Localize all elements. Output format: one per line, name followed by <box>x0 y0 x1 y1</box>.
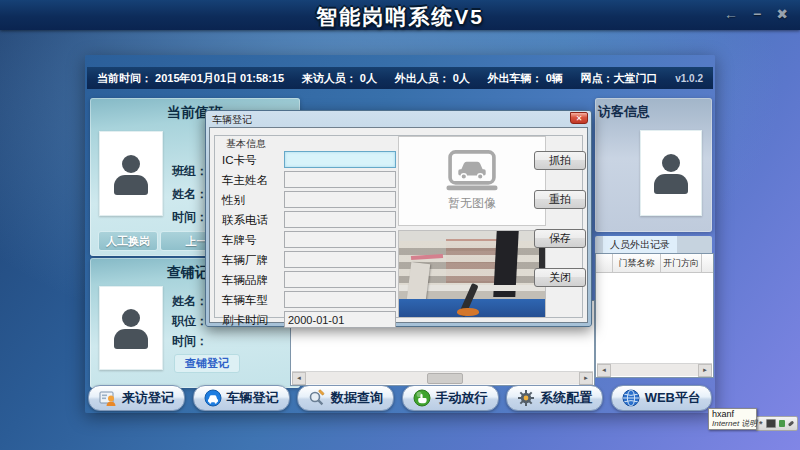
dialog-titlebar[interactable]: 车辆登记 ✕ <box>206 111 591 127</box>
minimize-icon[interactable]: − <box>753 6 761 22</box>
save-button[interactable]: 保存 <box>534 229 586 248</box>
vehicle-brand-label: 车辆品牌 <box>222 273 282 288</box>
web-platform-button[interactable]: WEB平台 <box>611 385 712 411</box>
system-config-icon <box>517 389 535 407</box>
status-bar: 当前时间： 2015年01月01日 01:58:15 来访人员： 0人 外出人员… <box>87 67 713 89</box>
basic-info-label: 基本信息 <box>222 137 270 151</box>
duty-photo-placeholder <box>99 131 163 216</box>
check-position-label: 职位： <box>172 313 208 330</box>
system-config-button[interactable]: 系统配置 <box>506 385 603 411</box>
horizontal-scrollbar[interactable]: ◄ ► <box>292 371 593 384</box>
ime-indicator-icon[interactable]: * <box>759 419 763 429</box>
close-icon[interactable]: ✖ <box>776 6 788 22</box>
duty-group-label: 班组： <box>172 163 208 180</box>
phone-input[interactable] <box>284 211 396 228</box>
vehicle-brand-input[interactable] <box>284 271 396 288</box>
out-people-count: 外出人员： 0人 <box>395 71 470 86</box>
ic-card-input[interactable] <box>284 151 396 168</box>
person-icon <box>113 307 149 349</box>
current-time: 当前时间： 2015年01月01日 01:58:15 <box>97 71 284 86</box>
dialog-close-icon[interactable]: ✕ <box>570 112 588 124</box>
plate-number-label: 车牌号 <box>222 233 282 248</box>
dialog-body: 基本信息 IC卡号 车主姓名 性别 联系电话 车牌号 车辆 <box>209 127 588 323</box>
vehicle-register-icon <box>204 389 222 407</box>
dialog-title: 车辆登记 <box>212 113 252 127</box>
check-time-label: 时间： <box>172 333 208 350</box>
visitor-count: 来访人员： 0人 <box>302 71 377 86</box>
manual-shift-button[interactable]: 人工换岗 <box>98 231 158 251</box>
vehicle-model-input[interactable] <box>284 291 396 308</box>
person-icon <box>653 152 689 194</box>
version-label: v1.0.2 <box>675 73 703 84</box>
duty-time-label: 时间： <box>172 209 208 226</box>
vehicle-model-label: 车辆车型 <box>222 293 282 308</box>
vehicle-register-button[interactable]: 车辆登记 <box>193 385 290 411</box>
vehicle-maker-input[interactable] <box>284 251 396 268</box>
phone-label: 联系电话 <box>222 213 282 228</box>
owner-name-input[interactable] <box>284 171 396 188</box>
wrench-icon[interactable] <box>787 420 794 426</box>
visitor-panel: 访客信息 <box>595 98 712 232</box>
visit-register-button[interactable]: 来访登记 <box>88 385 185 411</box>
owner-name-label: 车主姓名 <box>222 173 282 188</box>
gender-label: 性别 <box>222 193 282 208</box>
visitor-panel-title: 访客信息 <box>595 98 712 121</box>
window-controls: ← − ✖ <box>724 6 788 22</box>
ic-card-label: IC卡号 <box>222 153 282 168</box>
scrollbar-thumb[interactable] <box>427 373 463 384</box>
visitor-photo-placeholder <box>640 130 702 216</box>
data-query-button[interactable]: 数据查询 <box>297 385 394 411</box>
out-vehicle-count: 外出车辆： 0辆 <box>488 71 563 86</box>
person-icon <box>113 153 149 195</box>
car-placeholder-icon <box>444 150 500 192</box>
desktop: 智能岗哨系统V5 ← − ✖ 当前时间： 2015年01月01日 01:58:1… <box>0 0 800 450</box>
scroll-left-icon[interactable]: ◄ <box>597 364 611 377</box>
site-name: 网点：大堂门口 <box>580 71 657 86</box>
col-extra <box>702 254 713 272</box>
ime-tooltip: hxanf Internet 说明 <box>708 408 757 430</box>
no-image-placeholder: 暂无图像 <box>398 136 546 226</box>
app-titlebar: 智能岗哨系统V5 ← − ✖ <box>0 0 800 30</box>
keyboard-icon[interactable] <box>766 419 777 428</box>
dialog-close-button[interactable]: 关闭 <box>534 268 586 287</box>
bottom-toolbar: 来访登记 车辆登记 数据查询 <box>88 385 712 411</box>
ime-mode-icon[interactable] <box>779 420 785 427</box>
check-photo-placeholder <box>99 286 163 370</box>
gender-input[interactable] <box>284 191 396 208</box>
records-tabbar: 人员外出记录 <box>595 236 712 253</box>
bed-check-register-button[interactable]: 查铺登记 <box>174 354 240 373</box>
swipe-time-input[interactable] <box>284 311 396 328</box>
back-icon[interactable]: ← <box>724 6 738 22</box>
col-door-name: 门禁名称 <box>613 254 661 272</box>
camera-preview <box>398 230 546 318</box>
col-door-direction: 开门方向 <box>661 254 702 272</box>
vehicle-registration-dialog: 车辆登记 ✕ 基本信息 IC卡号 车主姓名 性别 联系电话 车 <box>205 110 592 327</box>
swipe-time-label: 刷卡时间 <box>222 313 282 328</box>
app-title: 智能岗哨系统V5 <box>0 3 800 31</box>
records-table-header: 门禁名称 开门方向 <box>596 254 713 273</box>
ime-tooltip-title: hxanf <box>712 410 753 419</box>
ime-language-bar: * <box>755 416 798 431</box>
web-platform-icon <box>622 389 640 407</box>
manual-release-icon <box>413 389 431 407</box>
capture-button[interactable]: 抓拍 <box>534 151 586 170</box>
manual-release-button[interactable]: 手动放行 <box>402 385 499 411</box>
tab-personnel-out-records[interactable]: 人员外出记录 <box>603 236 677 253</box>
scroll-right-icon[interactable]: ► <box>698 364 712 377</box>
scroll-left-icon[interactable]: ◄ <box>292 372 306 385</box>
duty-name-label: 姓名： <box>172 186 208 203</box>
records-table: 门禁名称 开门方向 ◄ ► <box>595 253 714 378</box>
scroll-right-icon[interactable]: ► <box>579 372 593 385</box>
no-image-text: 暂无图像 <box>448 195 496 212</box>
data-query-icon <box>308 389 326 407</box>
vehicle-maker-label: 车辆厂牌 <box>222 253 282 268</box>
horizontal-scrollbar[interactable]: ◄ ► <box>597 363 712 376</box>
check-name-label: 姓名： <box>172 293 208 310</box>
col-selector <box>596 254 613 272</box>
retake-button[interactable]: 重拍 <box>534 190 586 209</box>
plate-number-input[interactable] <box>284 231 396 248</box>
ime-tooltip-subtitle: Internet 说明 <box>712 419 753 428</box>
visitor-register-icon <box>99 389 117 407</box>
